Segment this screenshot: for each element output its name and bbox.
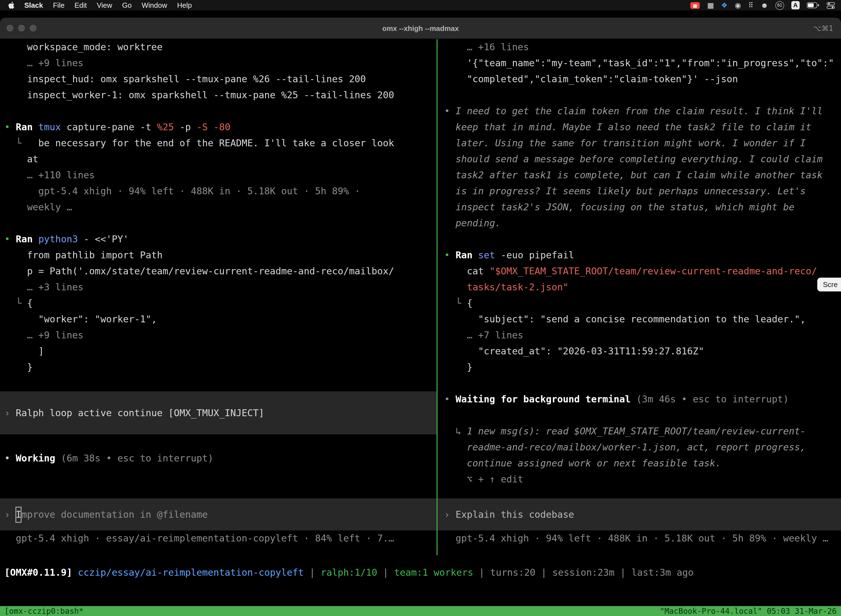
terminal-line: keep that in mind. Maybe I also need the…	[438, 119, 841, 135]
text-segment: (6m 38s • esc to interrupt)	[61, 453, 214, 463]
terminal-line: task2 after task1 is complete, but can I…	[438, 167, 841, 183]
text-segment: "created_at": "2026-03-31T11:59:27.816Z"	[444, 346, 704, 356]
zoom-button[interactable]	[30, 25, 37, 31]
left-pane-statusline: gpt-5.4 xhigh · essay/ai-reimplementatio…	[0, 531, 437, 546]
text-segment: }	[444, 362, 472, 373]
menu-file[interactable]: File	[48, 1, 70, 9]
text-segment: |	[614, 567, 631, 578]
dark-app-icon[interactable]: ◉	[735, 0, 741, 10]
traffic-lights	[0, 25, 37, 31]
terminal-line: … +3 lines	[0, 279, 437, 295]
text-segment: pending.	[444, 217, 501, 229]
text-segment: |	[304, 567, 321, 578]
text-segment: be necessary for the end of the README. …	[27, 138, 394, 148]
text-segment: ›	[4, 506, 16, 522]
terminal-line: … +7 lines	[438, 327, 841, 343]
text-segment: •	[444, 249, 456, 261]
terminal-line: }	[0, 359, 437, 375]
waiting-status: • Waiting for background terminal (3m 46…	[438, 392, 841, 407]
terminal-line: "completed","claim_token":"claim-token"}…	[438, 71, 841, 87]
text-segment: capture-pane -t	[66, 122, 157, 132]
text-segment: … +3 lines	[4, 282, 84, 293]
blank-line	[0, 483, 437, 499]
text-segment: ↳	[444, 425, 467, 437]
text-segment: mprove documentation in @filename	[21, 506, 208, 522]
text-segment: weekly …	[4, 201, 72, 213]
terminal-line: }	[438, 359, 841, 375]
apple-logo-icon[interactable]	[8, 1, 15, 9]
prompt-input-left[interactable]: › Improve documentation in @filename	[0, 499, 437, 531]
prompt-input-right[interactable]: › Explain this codebase	[438, 499, 841, 531]
ralph-loop-banner[interactable]: › Ralph loop active continue [OMX_TMUX_I…	[0, 392, 437, 434]
text-segment: continue assigned work or next feasible …	[444, 458, 721, 469]
text-segment: last:3m ago	[631, 567, 693, 578]
menu-go[interactable]: Go	[117, 1, 137, 9]
text-segment: later. Using the same for transition mig…	[444, 138, 806, 148]
menu-slack[interactable]: Slack	[19, 1, 48, 9]
control-center-icon[interactable]	[827, 0, 835, 10]
text-segment: is in progress? It seems likely but perh…	[444, 185, 806, 197]
text-segment: Ran	[16, 122, 38, 132]
battery-icon[interactable]	[807, 0, 819, 10]
text-segment: Working	[16, 453, 61, 463]
text-segment: Ran	[16, 233, 38, 245]
close-button[interactable]	[7, 25, 13, 31]
menu-edit[interactable]: Edit	[70, 1, 92, 9]
text-segment: "completed","claim_token":"claim-token"}…	[444, 73, 738, 84]
blue-app-icon[interactable]: ❖	[721, 0, 728, 10]
text-segment: Ran	[456, 249, 478, 261]
command-ran-python: • Ran python3 - <<'PY'	[0, 231, 437, 247]
title-bar[interactable]: omx --xhigh --madmax ⌥⌘1	[0, 18, 841, 39]
terminal-left-pane[interactable]: workspace_mode: worktree … +9 lines insp…	[0, 39, 437, 555]
text-segment: should send a message before completing …	[444, 154, 823, 164]
text-cursor: I	[16, 506, 22, 522]
input-source-icon[interactable]: A	[791, 1, 800, 9]
menu-help[interactable]: Help	[172, 1, 197, 9]
blank-line	[0, 434, 437, 450]
app-launcher-grid-icon[interactable]: ⠿	[748, 0, 753, 10]
text-segment: - <<'PY'	[84, 233, 129, 245]
window-shortcut-badge: ⌥⌘1	[813, 24, 833, 32]
terminal-line: from pathlib import Path	[0, 247, 437, 263]
screenshot-notification[interactable]: Scre	[818, 278, 841, 292]
text-segment: … +16 lines	[444, 41, 529, 53]
menu-items-container: SlackFileEditViewGoWindowHelp	[19, 1, 197, 9]
terminal-line: inspect task2's JSON, focusing on the st…	[438, 199, 841, 215]
terminal-line: gpt-5.4 xhigh · 94% left · 488K in · 5.1…	[0, 183, 437, 199]
text-segment: I need to get the claim token from the c…	[456, 106, 823, 116]
menu-view[interactable]: View	[92, 1, 117, 9]
terminal-right-pane[interactable]: … +16 lines '{"team_name":"my-team","tas…	[438, 39, 841, 555]
text-segment: ›	[4, 405, 16, 421]
menu-window[interactable]: Window	[136, 1, 172, 9]
screen-recording-icon[interactable]	[691, 2, 700, 9]
terminal-line: weekly …	[0, 199, 437, 215]
text-segment: inspect task2's JSON, focusing on the st…	[444, 201, 794, 213]
text-segment: ]	[4, 346, 44, 356]
blank-line	[438, 231, 841, 247]
text-segment: Ralph loop active continue [OMX_TMUX_INJ…	[16, 405, 264, 421]
terminal-line: └ be necessary for the end of the README…	[0, 135, 437, 151]
text-segment: [OMX#0.11.9]	[4, 567, 72, 578]
text-segment	[444, 282, 467, 293]
text-segment: turns:20	[490, 567, 536, 578]
terminal-line: └ {	[0, 295, 437, 311]
keyboard-grid-icon[interactable]: ▦	[707, 0, 714, 10]
text-segment: gpt-5.4 xhigh · 94% left · 488K in · 5.1…	[444, 532, 828, 544]
text-segment: -euo pipefail	[501, 249, 574, 261]
mailbox-notice: ↳ 1 new msg(s): read $OMX_TEAM_STATE_ROO…	[438, 423, 841, 439]
terminal-window: omx --xhigh --madmax ⌥⌘1 workspace_mode:…	[0, 18, 841, 616]
terminal-line: workspace_mode: worktree	[0, 39, 437, 55]
battery-percent-badge[interactable]: 61	[775, 1, 784, 10]
profile-icon[interactable]: ☻	[761, 0, 768, 10]
text-segment: ⌥ + ↑ edit	[444, 474, 523, 485]
text-segment: |	[535, 567, 552, 578]
text-segment: •	[4, 453, 16, 463]
text-segment: %25	[157, 122, 174, 132]
terminal-line: ]	[0, 343, 437, 359]
text-segment: gpt-5.4 xhigh · 94% left · 488K in · 5.1…	[4, 185, 360, 197]
text-segment: p = Path('.omx/state/team/review-current…	[4, 265, 394, 277]
minimize-button[interactable]	[18, 25, 25, 31]
terminal-line: readme-and-reco/mailbox/worker-1.json, a…	[438, 439, 841, 455]
text-segment	[72, 567, 78, 578]
text-segment: •	[4, 122, 16, 132]
